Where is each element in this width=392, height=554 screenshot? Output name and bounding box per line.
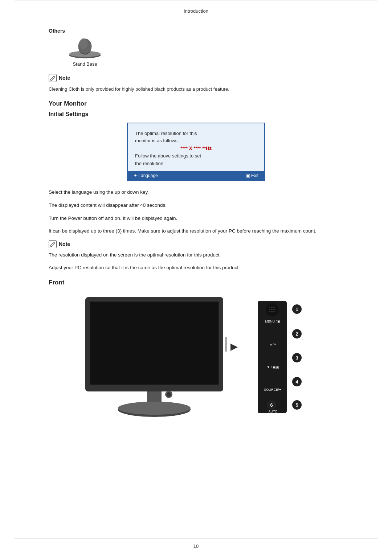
- initial-settings-heading: Initial Settings: [49, 111, 343, 118]
- others-label: Others: [49, 28, 343, 34]
- note1-icon: [49, 74, 57, 82]
- note2-label: Note: [59, 240, 70, 248]
- bottom-section: 10: [0, 538, 392, 554]
- note1-pencil-icon: [50, 75, 56, 81]
- button-2-row: 2: [292, 329, 302, 338]
- note1-text: Cleaning Cloth is only provided for high…: [49, 86, 343, 93]
- para3: Turn the Power button off and on. It wil…: [49, 214, 343, 222]
- button-1-row: 1: [292, 304, 302, 314]
- source-label: SOURCE/✦: [260, 388, 286, 391]
- svg-marker-14: [230, 344, 238, 351]
- monitor-diagram: 1 MENU / ▣ 2 ▲/✦ 3: [49, 294, 343, 424]
- para4: It can be displayed up to three (3) time…: [49, 227, 343, 235]
- button-3-circle: 3: [292, 353, 302, 362]
- button-4-row: 4: [292, 377, 302, 386]
- settings-dialog: The optimal resolution for this monitor …: [127, 123, 265, 181]
- footer-exit: ▣ Exit: [246, 173, 258, 178]
- dialog-line4: the resolution: [135, 160, 257, 168]
- footer-language-text: ✦ Language: [134, 173, 158, 178]
- svg-point-10: [118, 402, 191, 415]
- your-monitor-heading: Your Monitor: [49, 100, 343, 107]
- main-content: Others Stand Base: [0, 28, 392, 424]
- note2-para1: The resolution displayed on the screen i…: [49, 251, 343, 259]
- button-4-circle: 4: [292, 377, 302, 386]
- note2-para2: Adjust your PC resolution so that it is …: [49, 264, 343, 272]
- note2-section: Note: [49, 240, 343, 248]
- button-1-circle: 1: [292, 304, 302, 314]
- front-heading: Front: [49, 279, 343, 286]
- menu-label: MENU / ▣: [260, 320, 286, 323]
- svg-rect-13: [225, 337, 227, 352]
- dialog-body: The optimal resolution for this monitor …: [128, 123, 264, 171]
- dialog-line3: Follow the above settings to set: [135, 152, 257, 160]
- button-panel: 1 MENU / ▣ 2 ▲/✦ 3: [256, 301, 314, 420]
- page-header: Introduction: [0, 4, 392, 17]
- front-section: Front: [49, 279, 343, 424]
- para2: The displayed content will disappear aft…: [49, 201, 343, 209]
- button-3-row: 3: [292, 353, 302, 362]
- up-arrow-label: ▲/✦: [260, 342, 286, 346]
- dialog-footer: ✦ Language ▣ Exit: [128, 171, 264, 180]
- monitor-illustration: [78, 294, 260, 424]
- footer-exit-text: ▣ Exit: [246, 173, 258, 178]
- page-number: 10: [0, 538, 392, 554]
- para1: Select the language using the up or down…: [49, 188, 343, 196]
- dialog-resolution: **** X **** **Hz: [135, 145, 257, 152]
- stand-base-icon: [67, 37, 103, 59]
- top-rule: [15, 0, 377, 4]
- button-5-circle: 5: [292, 400, 302, 410]
- dialog-line2: monitor is as follows:: [135, 137, 257, 145]
- button-5-row: 5: [292, 400, 302, 410]
- auto-label: AUTO: [260, 410, 286, 413]
- stand-base-label: Stand Base: [73, 61, 97, 67]
- svg-point-4: [79, 38, 87, 49]
- note2-pencil-icon: [50, 241, 56, 247]
- numbered-buttons-container: 1 MENU / ▣ 2 ▲/✦ 3: [256, 301, 314, 420]
- footer-language: ✦ Language: [134, 173, 158, 178]
- note1-label: Note: [59, 74, 70, 82]
- svg-rect-8: [147, 391, 162, 402]
- page-container: Introduction Others Stand Base: [0, 0, 392, 554]
- svg-point-12: [167, 392, 171, 397]
- button-2-circle: 2: [292, 329, 302, 338]
- svg-rect-7: [90, 302, 218, 384]
- stand-base-container: Stand Base: [56, 37, 114, 67]
- note2-icon: [49, 240, 57, 248]
- dialog-line1: The optimal resolution for this: [135, 130, 257, 138]
- button-6-row: 6: [267, 400, 276, 410]
- button-6-circle: 6: [267, 400, 276, 410]
- down-arrow-label: ▼ / ▣▣: [260, 365, 286, 369]
- header-rule: [15, 17, 377, 17]
- note1-section: Note: [49, 74, 343, 82]
- header-title: Introduction: [184, 8, 208, 14]
- others-section: Others Stand Base: [49, 28, 343, 67]
